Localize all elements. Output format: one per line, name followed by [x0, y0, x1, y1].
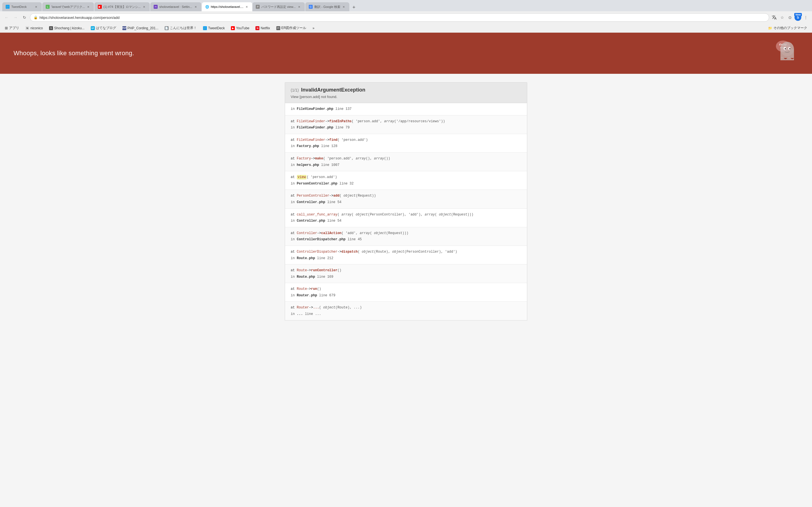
frame-args-11: ()	[317, 287, 321, 291]
frame-line-3: line 128	[319, 144, 338, 148]
frame-in-6: in	[291, 200, 297, 204]
lock-icon: 🔒	[34, 15, 38, 19]
frame-args-4: ( 'person.add', array(), array())	[323, 157, 390, 161]
bookmark-er[interactable]: ER ER図作成ツール	[274, 25, 308, 31]
hatena-icon: は	[91, 26, 95, 30]
stack-frame-0: in FileViewFinder.php line 137	[285, 103, 527, 115]
frame-file-4: helpers.php	[297, 163, 319, 167]
arrow: ->	[325, 119, 329, 123]
bookmark-niconico[interactable]: N niconico	[23, 25, 45, 31]
stack-frame-9: at Route->runController() in Route.php l…	[285, 265, 527, 283]
tab-tweetdeck-close[interactable]: ✕	[34, 4, 38, 9]
tab-translate[interactable]: G 翻訳 - Google 検索 ✕	[305, 2, 349, 11]
niconico-icon: N	[26, 26, 29, 30]
tab-heroku-settings[interactable]: H sholovelaravel · Settin... ✕	[150, 2, 201, 11]
tab-youtube-video[interactable]: ▶ (1) #74【実況】ロマンシ... ✕	[94, 2, 150, 11]
frame-file-11: Router.php	[297, 293, 317, 297]
arrow-4: ->	[311, 157, 315, 161]
ghost-icon	[776, 40, 799, 66]
frame-method-9: dispatch	[342, 250, 358, 254]
frame-view-link: view	[297, 175, 307, 179]
bookmark-youtube[interactable]: ▶ YouTube	[229, 25, 251, 31]
frame-args-12: ( object(Route), ...)	[319, 305, 362, 309]
frame-class-link: FileViewFinder	[297, 119, 325, 123]
url-text: https://sholovelaravel.herokuapp.com/per…	[40, 15, 765, 20]
bookmark-hello[interactable]: 📄 こんにちは世界！	[163, 25, 199, 31]
frame-file-9: Route.php	[297, 256, 315, 260]
tab-laravel-title: 'laravelでwebアプリク...	[51, 5, 85, 9]
tab-youtube-close[interactable]: ✕	[142, 4, 146, 9]
stack-frame-5: at PersonController->add( object(Request…	[285, 190, 527, 209]
exception-type: InvalidArgumentException	[301, 87, 365, 93]
menu-icon[interactable]: ⋮	[802, 14, 809, 21]
stack-trace: in FileViewFinder.php line 137 at FileVi…	[285, 103, 527, 321]
frame-method-12: ...	[313, 305, 319, 309]
bookmark-shochang[interactable]: S Shochang | kizoku...	[47, 25, 87, 31]
bookmark-netflix-label: Netflix	[260, 26, 270, 30]
frame-class-12: Router	[297, 305, 309, 309]
tab-current-close[interactable]: ✕	[245, 4, 249, 9]
forward-button[interactable]: →	[12, 14, 19, 21]
translate-icon[interactable]	[771, 14, 777, 21]
bookmark-other-folder[interactable]: 📁 その他のブックマーク	[766, 25, 809, 31]
new-tab-button[interactable]: +	[350, 3, 358, 11]
tab-password-close[interactable]: ✕	[297, 4, 301, 9]
google-favicon: G	[309, 5, 313, 9]
reload-button[interactable]: ↻	[21, 14, 28, 21]
page-content: Whoops, looks like something went wrong.…	[0, 33, 812, 507]
folder-icon: 📁	[768, 26, 772, 30]
frame-at-3: at	[291, 138, 297, 142]
frame-at-11: at	[291, 287, 297, 291]
frame-method-6: add	[333, 194, 340, 198]
bookmark-tweetdeck[interactable]: 🐦 TweetDeck	[201, 25, 227, 31]
frame-class-3: FileViewFinder	[297, 138, 325, 142]
frame-args-8: ( 'add', array( object(Request)))	[342, 231, 409, 235]
more-bookmarks-label: »	[313, 26, 315, 30]
laravel-favicon: L	[46, 5, 50, 9]
tab-password[interactable]: P パスワード再設定 view... ✕	[252, 2, 305, 11]
screenshot-icon[interactable]: ⊙	[786, 14, 794, 21]
tab-current[interactable]: 🌐 https://sholovelaravel.... ✕	[202, 2, 253, 11]
bookmark-netflix[interactable]: N Netflix	[253, 25, 272, 31]
star-icon[interactable]: ☆	[779, 14, 785, 21]
avatar-container: S New	[795, 14, 801, 21]
stack-frame-7: at Controller->callAction( 'add', array(…	[285, 227, 527, 246]
frame-in-3: in	[291, 144, 297, 148]
bookmark-apps[interactable]: ⊞ アプリ	[3, 25, 21, 31]
tab-heroku-close[interactable]: ✕	[193, 4, 198, 9]
arrow-9: ->	[338, 250, 342, 254]
php-icon: PHP	[122, 26, 126, 30]
stack-frame-8: at ControllerDispatcher->dispatch( objec…	[285, 246, 527, 265]
tab-tweetdeck[interactable]: 🐦 TweetDeck ✕	[2, 2, 42, 11]
frame-in-text: in	[291, 107, 297, 111]
frame-args: ( 'person.add', array('/app/resources/vi…	[352, 119, 445, 123]
frame-args-6: ( object(Request))	[340, 194, 376, 198]
frame-file-12: ...	[297, 312, 303, 316]
bookmark-hatena-label: はてなブログ	[96, 25, 116, 31]
frame-file-5: PersonController.php	[297, 182, 338, 186]
tab-translate-close[interactable]: ✕	[342, 4, 346, 9]
arrow-12: ->	[309, 305, 313, 309]
bookmark-php[interactable]: PHP PHP_Cording_201...	[120, 25, 160, 31]
frame-at-9: at	[291, 250, 297, 254]
frame-file-3: Factory.php	[297, 144, 319, 148]
bookmark-more-btn[interactable]: »	[311, 25, 317, 31]
arrow-6: ->	[329, 194, 333, 198]
address-bar[interactable]: 🔒 https://sholovelaravel.herokuapp.com/p…	[30, 13, 769, 22]
frame-method: findInPaths	[329, 119, 352, 123]
frame-file-6: Controller.php	[297, 200, 325, 204]
stack-frame-4: at view( 'person.add') in PersonControll…	[285, 171, 527, 190]
bookmark-er-label: ER図作成ツール	[282, 25, 306, 31]
frame-in-4: in	[291, 163, 297, 167]
tab-laravel-close[interactable]: ✕	[86, 4, 91, 9]
frame-class-9: ControllerDispatcher	[297, 250, 338, 254]
current-favicon: 🌐	[205, 5, 209, 9]
svg-point-5	[789, 48, 791, 50]
exception-number: (1/1)	[291, 88, 299, 93]
back-button[interactable]: ←	[3, 14, 10, 21]
tab-laravel[interactable]: L 'laravelでwebアプリク... ✕	[42, 2, 94, 11]
bookmark-hatena[interactable]: は はてなブログ	[89, 25, 118, 31]
frame-in-2: in	[291, 126, 297, 129]
error-banner-text: Whoops, looks like something went wrong.	[13, 50, 134, 57]
bookmark-apps-label: アプリ	[9, 25, 19, 31]
